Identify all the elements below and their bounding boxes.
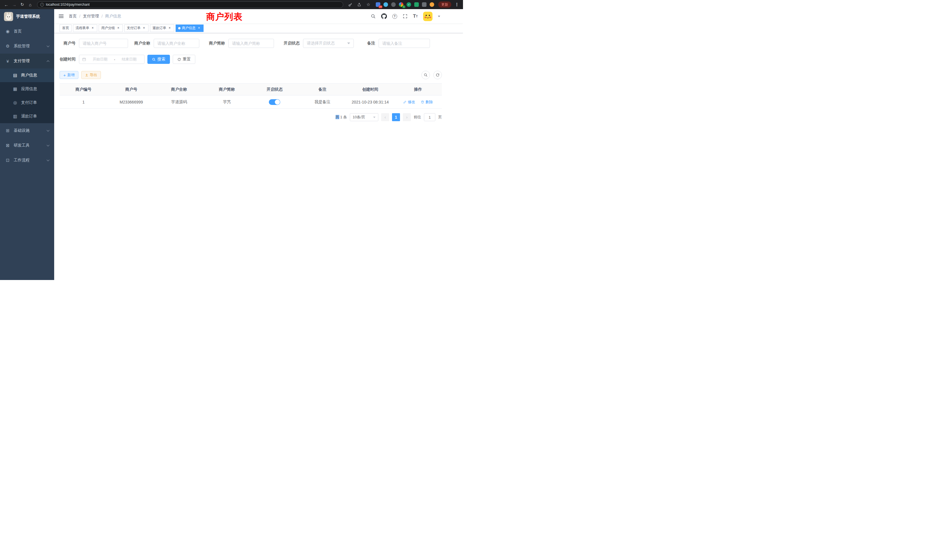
column-merchant-id[interactable]: 商户编号 — [60, 83, 107, 95]
url-text: localhost:1024/pay/merchant — [46, 3, 89, 6]
hamburger-button[interactable] — [54, 14, 68, 19]
next-page-button[interactable]: › — [403, 113, 411, 121]
download-icon — [85, 73, 88, 77]
merchant-no-input[interactable] — [79, 39, 128, 48]
column-remark[interactable]: 备注 — [298, 83, 346, 95]
extension-icon-dark[interactable] — [390, 2, 396, 8]
toggle-search-button[interactable] — [421, 71, 430, 79]
caret-down-icon[interactable] — [438, 16, 440, 17]
extension-icon-colorful[interactable]: 1 — [398, 2, 404, 8]
share-icon[interactable] — [356, 1, 363, 8]
extension-icon-check[interactable]: ✓ — [406, 2, 412, 8]
cell-full-name: 芋道源码 — [155, 95, 203, 109]
sidebar-item-infrastructure[interactable]: ⊞ 基础设施 — [0, 123, 54, 138]
close-icon[interactable]: × — [197, 26, 201, 30]
page-1-button[interactable]: 1 — [392, 113, 400, 121]
extension-icon-avatar[interactable] — [429, 2, 435, 8]
edit-button[interactable]: 修改 — [403, 100, 415, 104]
page-size-select[interactable]: 10条/页 — [350, 113, 378, 121]
short-name-label: 商户简称 — [209, 41, 228, 46]
search-button[interactable]: 搜索 — [147, 55, 170, 64]
github-icon[interactable] — [381, 14, 387, 19]
breadcrumb-separator: / — [79, 14, 80, 18]
app-logo[interactable]: 芋道管理系统 — [0, 9, 54, 24]
sidebar-item-app-info[interactable]: ▦ 应用信息 — [0, 82, 54, 96]
gear-icon: ⚙ — [5, 44, 10, 49]
sidebar-item-home[interactable]: ◉ 首页 — [0, 24, 54, 39]
column-merchant-no[interactable]: 商户号 — [107, 83, 155, 95]
tab-pay-order[interactable]: 支付订单 × — [124, 24, 148, 32]
fullscreen-icon[interactable] — [402, 14, 408, 19]
breadcrumb-home[interactable]: 首页 — [69, 14, 77, 19]
short-name-input[interactable] — [228, 39, 274, 48]
refresh-icon — [177, 58, 181, 61]
extension-icon-notes[interactable] — [414, 2, 419, 8]
navbar-actions: ? TT — [371, 12, 463, 21]
status-select[interactable]: 请选择开启状态 — [303, 39, 354, 48]
column-create-time[interactable]: 创建时间 — [346, 83, 394, 95]
close-icon[interactable]: × — [91, 26, 95, 30]
prev-page-button[interactable]: ‹ — [381, 113, 389, 121]
page-content: 商户号 商户全称 商户简称 开启状态 请选择开启状态 — [54, 33, 463, 280]
help-icon[interactable]: ? — [392, 14, 397, 19]
font-size-icon[interactable]: TT — [413, 14, 418, 19]
puzzle-icon — [422, 2, 427, 7]
browser-menu-icon[interactable]: ⋮ — [454, 2, 460, 7]
reload-button[interactable]: ↻ — [19, 1, 26, 8]
password-key-icon[interactable] — [346, 1, 354, 8]
delete-button[interactable]: 删除 — [421, 100, 433, 104]
sidebar-item-refund-order[interactable]: ▥ 退款订单 — [0, 109, 54, 123]
close-icon[interactable]: × — [117, 26, 120, 30]
goto-page-input[interactable] — [424, 113, 435, 121]
active-tab-dot — [178, 27, 180, 29]
column-actions[interactable]: 操作 — [394, 83, 442, 95]
refresh-table-button[interactable] — [433, 71, 442, 79]
reset-button[interactable]: 重置 — [173, 55, 195, 64]
tab-home[interactable]: 首页 — [60, 24, 71, 32]
home-button[interactable]: ⌂ — [27, 1, 34, 8]
export-button[interactable]: 导出 — [81, 71, 101, 79]
sidebar-item-pay-order[interactable]: ◎ 支付订单 — [0, 96, 54, 109]
table-row: 1 M233666999 芋道源码 芋艿 我是备注 2021-10-23 08:… — [60, 95, 442, 109]
sidebar-item-system[interactable]: ⚙ 系统管理 — [0, 39, 54, 54]
breadcrumb: 首页 / 支付管理 / 商户信息 — [69, 14, 121, 19]
address-bar[interactable]: i localhost:1024/pay/merchant — [37, 2, 343, 8]
add-button[interactable]: + 新增 — [60, 71, 79, 79]
tab-process-form[interactable]: 流程表单 × — [73, 24, 97, 32]
status-toggle[interactable] — [269, 99, 280, 105]
merchant-card-icon: ▤ — [12, 73, 18, 78]
column-full-name[interactable]: 商户全称 — [155, 83, 203, 95]
column-short-name[interactable]: 商户简称 — [203, 83, 251, 95]
site-info-icon[interactable]: i — [40, 3, 44, 6]
tab-refund-order[interactable]: 退款订单 × — [150, 24, 174, 32]
bookmark-star-icon[interactable]: ☆ — [365, 1, 372, 8]
sidebar-item-merchant-info[interactable]: ▤ 商户信息 — [0, 68, 54, 82]
breadcrumb-payment[interactable]: 支付管理 — [83, 14, 99, 19]
back-button[interactable]: ← — [3, 1, 10, 8]
search-icon[interactable] — [371, 14, 376, 19]
extension-icon-drop[interactable] — [383, 2, 389, 8]
filter-merchant-no: 商户号 — [60, 39, 128, 48]
browser-update-button[interactable]: 更新 — [438, 2, 451, 8]
close-icon[interactable]: × — [168, 26, 172, 30]
user-avatar[interactable] — [423, 12, 433, 21]
extension-icon-blue[interactable]: 10 — [375, 2, 381, 8]
merchant-table: 商户编号 商户号 商户全称 商户简称 开启状态 备注 创建时间 操作 1 M23… — [60, 83, 442, 109]
extension-glyph — [391, 2, 396, 7]
date-range-picker[interactable]: 开始日期 - 结束日期 — [79, 55, 145, 64]
extension-glyph — [383, 2, 388, 7]
pay-order-icon: ◎ — [12, 100, 18, 105]
forward-button[interactable]: → — [11, 1, 18, 8]
full-name-input[interactable] — [154, 39, 199, 48]
extension-icon-puzzle[interactable] — [421, 2, 427, 8]
tags-view-bar: 首页 流程表单 × 用户分组 × 支付订单 × 退款订单 × 商户信息 × — [54, 23, 463, 33]
tab-merchant-info[interactable]: 商户信息 × — [176, 24, 204, 32]
sidebar-item-workflow[interactable]: ⊡ 工作流程 — [0, 153, 54, 168]
close-icon[interactable]: × — [142, 26, 146, 30]
tab-user-group[interactable]: 用户分组 × — [98, 24, 123, 32]
remark-input[interactable] — [378, 39, 430, 48]
column-status[interactable]: 开启状态 — [251, 83, 299, 95]
sidebar-item-payment[interactable]: ¥ 支付管理 — [0, 54, 54, 68]
filter-form-row-2: 创建时间 开始日期 - 结束日期 搜索 — [60, 55, 442, 64]
sidebar-item-devtools[interactable]: ⊠ 研发工具 — [0, 138, 54, 153]
